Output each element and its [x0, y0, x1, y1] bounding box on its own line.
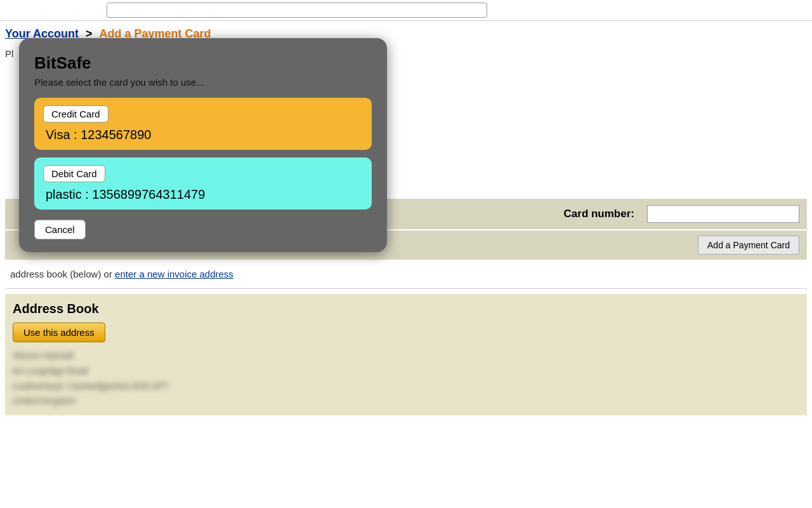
bitsafe-modal: BitSafe Please select the card you wish …	[19, 38, 387, 252]
address-book-section: Address Book Use this address Steven Har…	[5, 294, 807, 415]
divider	[5, 288, 807, 289]
credit-card-option[interactable]: Credit Card Visa : 1234567890	[34, 98, 372, 150]
bottom-text: address book (below) or enter a new invo…	[5, 265, 807, 283]
address-book-title: Address Book	[13, 302, 799, 316]
add-payment-card-button[interactable]: Add a Payment Card	[698, 236, 799, 255]
use-address-button[interactable]: Use this address	[13, 323, 105, 342]
debit-card-details: plastic : 1356899764311479	[43, 187, 363, 202]
credit-card-details: Visa : 1234567890	[43, 128, 363, 142]
debit-card-option[interactable]: Debit Card plastic : 1356899764311479	[34, 157, 372, 210]
top-bar	[0, 0, 812, 21]
card-number-label: Card number:	[564, 208, 634, 220]
card-number-input[interactable]	[647, 205, 799, 223]
search-input[interactable]	[107, 3, 487, 18]
credit-card-button[interactable]: Credit Card	[43, 105, 108, 123]
address-details: Steven Hartnell 64 Longridge Road Leathe…	[13, 349, 799, 409]
cancel-button[interactable]: Cancel	[34, 220, 86, 239]
card-number-form: Card number:	[564, 205, 799, 223]
modal-title: BitSafe	[34, 53, 372, 73]
debit-card-button[interactable]: Debit Card	[43, 165, 105, 182]
modal-subtitle: Please select the card you wish to use..…	[34, 77, 372, 88]
enter-new-invoice-link[interactable]: enter a new invoice address	[115, 269, 233, 279]
